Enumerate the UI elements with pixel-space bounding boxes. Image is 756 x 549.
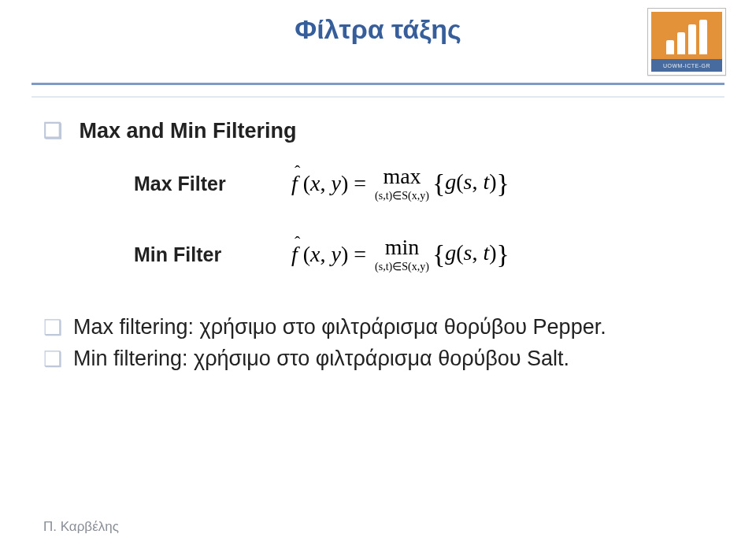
hat-icon: ˆ (295, 232, 300, 253)
logo-graphic (651, 12, 722, 59)
bullet-icon: ❑ (43, 315, 62, 340)
logo-bar-icon (699, 20, 707, 54)
hat-icon: ˆ (295, 161, 300, 182)
formula-braced: {g(s, t)} (432, 169, 510, 198)
min-filter-formula: ˆ f (x, y) = min (s,t)∈S(x,y) {g(s, t)} (291, 236, 510, 273)
divider-line-icon (32, 83, 724, 85)
min-filter-row: Min Filter ˆ f (x, y) = min (s,t)∈S(x,y)… (134, 236, 685, 273)
logo-bar-icon (666, 40, 674, 54)
divider-line-icon (32, 96, 724, 98)
op-sub: (s,t)∈S(x,y) (375, 191, 429, 202)
f-hat: ˆ f (291, 242, 298, 267)
min-filter-label: Min Filter (134, 243, 291, 266)
logo-bar-icon (677, 32, 685, 54)
op-min: min (385, 236, 420, 258)
operator-stack: min (s,t)∈S(x,y) (375, 236, 429, 273)
operator-stack: max (s,t)∈S(x,y) (375, 165, 429, 202)
op-sub: (s,t)∈S(x,y) (375, 262, 429, 273)
divider (32, 83, 724, 98)
list-item: ❑ Max filtering: χρήσιμο στο φιλτράρισμα… (43, 315, 701, 340)
max-filter-formula: ˆ f (x, y) = max (s,t)∈S(x,y) {g(s, t)} (291, 165, 510, 202)
section-heading-text: Max and Min Filtering (80, 119, 297, 143)
list-item: ❑ Min filtering: χρήσιμο στο φιλτράρισμα… (43, 347, 701, 372)
bullet-text: Max filtering: χρήσιμο στο φιλτράρισμα θ… (73, 315, 606, 339)
formula-braced: {g(s, t)} (432, 239, 510, 269)
bullet-text: Min filtering: χρήσιμο στο φιλτράρισμα θ… (73, 347, 569, 371)
op-max: max (383, 165, 421, 187)
logo-text: UOWM-ICTE-GR (651, 59, 722, 72)
f-hat: ˆ f (291, 171, 298, 196)
footer-author: Π. Καρβέλης (43, 519, 119, 535)
formula-args: (x, y) = (298, 171, 372, 196)
bullet-icon: ❑ (43, 119, 62, 143)
max-filter-row: Max Filter ˆ f (x, y) = max (s,t)∈S(x,y)… (134, 165, 685, 202)
logo-bar-icon (688, 24, 696, 54)
formula-args: (x, y) = (298, 242, 372, 267)
slide-title: Φίλτρα τάξης (0, 14, 756, 45)
max-filter-label: Max Filter (134, 172, 291, 195)
section-heading: ❑ Max and Min Filtering (43, 118, 297, 143)
bullet-list: ❑ Max filtering: χρήσιμο στο φιλτράρισμα… (43, 315, 701, 378)
logo: UOWM-ICTE-GR (647, 8, 726, 76)
bullet-icon: ❑ (43, 347, 62, 372)
